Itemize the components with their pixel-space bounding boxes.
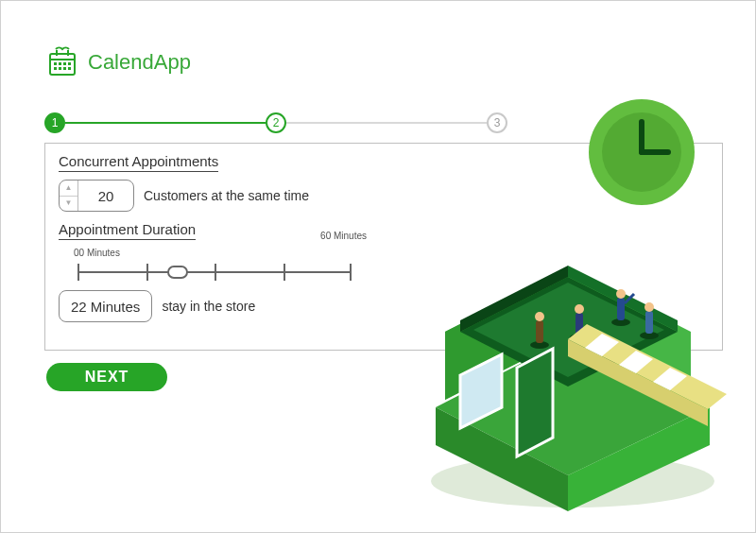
svg-rect-5 bbox=[54, 67, 57, 70]
svg-rect-30 bbox=[617, 298, 625, 320]
calendar-icon bbox=[46, 46, 78, 78]
svg-rect-34 bbox=[645, 311, 653, 334]
svg-point-31 bbox=[616, 289, 626, 299]
store-illustration bbox=[407, 228, 729, 515]
slider-min-label: 00 Minutes bbox=[74, 248, 120, 258]
slider-track[interactable] bbox=[77, 262, 352, 283]
app-logo: CalendApp bbox=[46, 46, 191, 78]
onboarding-stepper: 1 2 3 bbox=[44, 112, 507, 133]
svg-point-35 bbox=[644, 302, 654, 312]
svg-rect-3 bbox=[63, 62, 66, 65]
svg-rect-8 bbox=[68, 67, 71, 70]
duration-value: 22 Minutes bbox=[59, 290, 152, 322]
chevron-up-icon[interactable]: ▲ bbox=[60, 181, 77, 197]
next-button[interactable]: NEXT bbox=[46, 363, 167, 391]
step-line-1-2 bbox=[65, 122, 266, 124]
step-3[interactable]: 3 bbox=[487, 112, 507, 133]
svg-rect-1 bbox=[54, 62, 57, 65]
concurrent-heading: Concurrent Appointments bbox=[59, 153, 218, 172]
svg-rect-7 bbox=[63, 67, 66, 70]
step-2[interactable]: 2 bbox=[266, 112, 286, 133]
slider-handle[interactable] bbox=[167, 266, 188, 279]
svg-rect-6 bbox=[59, 67, 61, 70]
svg-point-28 bbox=[575, 304, 584, 314]
slider-max-label: 60 Minutes bbox=[320, 231, 367, 241]
step-line-2-3 bbox=[286, 122, 487, 124]
svg-marker-42 bbox=[517, 349, 553, 456]
stepper-arrows[interactable]: ▲ ▼ bbox=[60, 181, 78, 211]
concurrent-value: 20 bbox=[78, 188, 133, 204]
svg-rect-2 bbox=[59, 62, 61, 65]
svg-rect-24 bbox=[536, 320, 543, 343]
duration-heading: Appointment Duration bbox=[59, 221, 196, 240]
step-1[interactable]: 1 bbox=[44, 112, 65, 133]
duration-slider[interactable]: 60 Minutes 00 Minutes bbox=[74, 248, 357, 283]
chevron-down-icon[interactable]: ▼ bbox=[60, 197, 77, 212]
concurrent-stepper[interactable]: ▲ ▼ 20 bbox=[59, 180, 134, 212]
svg-point-25 bbox=[535, 312, 544, 321]
svg-rect-4 bbox=[68, 62, 71, 65]
app-name: CalendApp bbox=[88, 50, 191, 75]
clock-icon bbox=[585, 95, 698, 213]
concurrent-suffix: Customers at the same time bbox=[144, 188, 309, 203]
duration-suffix: stay in the store bbox=[162, 299, 255, 314]
